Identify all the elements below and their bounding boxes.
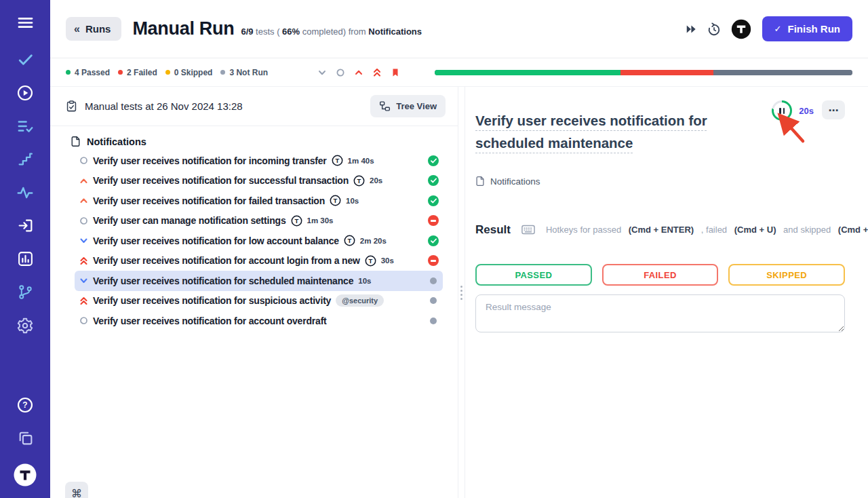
test-title: Verify user receives notification for ac…	[93, 315, 327, 326]
result-message-input[interactable]	[475, 294, 845, 332]
pulse-icon[interactable]	[16, 183, 35, 202]
timer-value: 20s	[799, 106, 814, 116]
fast-forward-icon[interactable]	[679, 18, 703, 41]
tree-view-label: Tree View	[396, 101, 437, 111]
test-row[interactable]: Verify user receives notification for ac…	[75, 311, 443, 331]
priority-icon	[79, 256, 88, 265]
svg-text:T: T	[294, 217, 298, 225]
pause-timer-button[interactable]	[772, 100, 792, 121]
import-icon[interactable]	[16, 216, 35, 235]
circle-icon[interactable]	[334, 66, 347, 79]
more-options-button[interactable]: ⋯	[822, 100, 845, 119]
steps-icon[interactable]	[16, 150, 35, 168]
testomat-logo[interactable]	[13, 463, 37, 487]
timer-history-icon[interactable]	[703, 18, 726, 41]
test-status-icon	[428, 195, 439, 206]
run-clipboard-icon	[65, 100, 78, 113]
test-row[interactable]: Verify user receives notification for sc…	[75, 271, 443, 291]
test-duration: 2m 20s	[360, 237, 387, 245]
tree-view-button[interactable]: Tree View	[370, 95, 446, 117]
testomat-badge-icon: T	[291, 215, 302, 227]
test-row[interactable]: Verify user receives notification for su…	[75, 171, 443, 191]
priority-filters	[315, 66, 402, 79]
settings-icon[interactable]	[16, 316, 35, 334]
test-title: Verify user receives notification for su…	[93, 175, 349, 186]
skipped-count: 0 Skipped	[165, 68, 213, 77]
test-list-panel: Manual tests at 26 Nov 2024 13:28 Tree V…	[50, 87, 458, 498]
test-row[interactable]: Verify user receives notification for in…	[75, 151, 443, 171]
priority-icon	[79, 276, 88, 285]
test-title: Verify user receives notification for ac…	[93, 255, 360, 266]
progress-fraction: 6/9	[241, 26, 253, 37]
test-row[interactable]: Verify user can manage notification sett…	[75, 211, 443, 231]
progress-segment	[620, 70, 713, 75]
breadcrumb[interactable]: Notifications	[475, 176, 845, 187]
priority-icon	[79, 156, 88, 165]
panel-resize-handle[interactable]	[460, 286, 462, 300]
test-title: Verify user can manage notification sett…	[93, 215, 286, 226]
hotkey-passed: (Cmd + ENTER)	[629, 225, 694, 235]
ellipsis-icon: ⋯	[829, 104, 839, 116]
back-to-runs-button[interactable]: « Runs	[66, 17, 121, 41]
keyboard-icon	[521, 204, 541, 255]
chevron-down-icon[interactable]	[315, 66, 329, 79]
progress-segment	[713, 70, 852, 75]
hotkey-skipped: (Cmd + I)	[838, 225, 868, 235]
priority-icon	[79, 176, 88, 185]
tests-icon[interactable]	[16, 50, 35, 69]
bookmark-icon[interactable]	[389, 66, 402, 79]
test-status-icon	[430, 318, 439, 324]
chevron-up-icon[interactable]	[352, 66, 366, 79]
test-title: Verify user receives notification for fa…	[93, 195, 325, 206]
back-label: Runs	[85, 23, 111, 35]
test-duration: 20s	[370, 176, 382, 185]
testomat-badge-icon: T	[332, 155, 343, 166]
testomat-header-logo[interactable]	[731, 19, 751, 39]
menu-icon[interactable]	[16, 14, 35, 32]
double-chevron-up-icon[interactable]	[370, 66, 384, 79]
command-key-icon: ⌘	[71, 487, 82, 498]
test-title: Verify user receives notification for sc…	[93, 275, 353, 286]
testomat-badge-icon: T	[353, 175, 365, 187]
failed-count: 2 Failed	[118, 68, 157, 77]
topbar: « Runs Manual Run 6/9 tests ( 66% comple…	[50, 0, 868, 58]
test-detail-title[interactable]: Verify user receives notification for sc…	[475, 109, 772, 154]
folder-row[interactable]: Notifications	[71, 136, 458, 147]
runs-icon[interactable]	[16, 83, 35, 102]
testomat-badge-icon: T	[365, 255, 376, 267]
breadcrumb-label: Notifications	[490, 176, 540, 187]
passed-count: 4 Passed	[66, 68, 110, 77]
test-row[interactable]: Verify user receives notification for lo…	[75, 231, 443, 251]
test-status-icon	[430, 277, 439, 284]
svg-text:?: ?	[22, 400, 27, 410]
detail-controls: 20s ⋯	[772, 100, 845, 121]
progress-source: Notifications	[368, 26, 422, 37]
priority-icon	[79, 216, 88, 225]
svg-text:T: T	[334, 197, 338, 204]
failed-button[interactable]: FAILED	[602, 264, 719, 286]
panel-divider	[458, 87, 465, 498]
test-row[interactable]: Verify user receives notification for ac…	[75, 251, 443, 271]
test-title: Verify user receives notification for in…	[93, 155, 327, 166]
finish-run-button[interactable]: ✓ Finish Run	[762, 16, 852, 41]
test-title: Verify user receives notification for lo…	[93, 235, 339, 246]
plans-icon[interactable]	[16, 117, 35, 135]
priority-icon	[79, 196, 88, 205]
projects-icon[interactable]	[16, 429, 35, 447]
testomat-badge-icon: T	[330, 195, 341, 206]
document-icon	[71, 136, 81, 147]
test-duration: 1m 40s	[348, 157, 374, 165]
help-icon[interactable]: ?	[16, 396, 35, 414]
passed-button[interactable]: PASSED	[475, 264, 592, 286]
test-row[interactable]: Verify user receives notification for su…	[75, 291, 443, 311]
command-palette-button[interactable]: ⌘	[65, 482, 88, 498]
folder-label: Notifications	[87, 136, 146, 147]
test-row[interactable]: Verify user receives notification for fa…	[75, 191, 443, 211]
hotkey-failed: (Cmd + U)	[734, 225, 776, 235]
progress-segment	[435, 70, 620, 75]
analytics-icon[interactable]	[16, 250, 35, 268]
branches-icon[interactable]	[16, 283, 35, 301]
test-status-icon	[428, 175, 439, 186]
notrun-dot	[220, 70, 225, 75]
skipped-button[interactable]: SKIPPED	[728, 264, 845, 286]
